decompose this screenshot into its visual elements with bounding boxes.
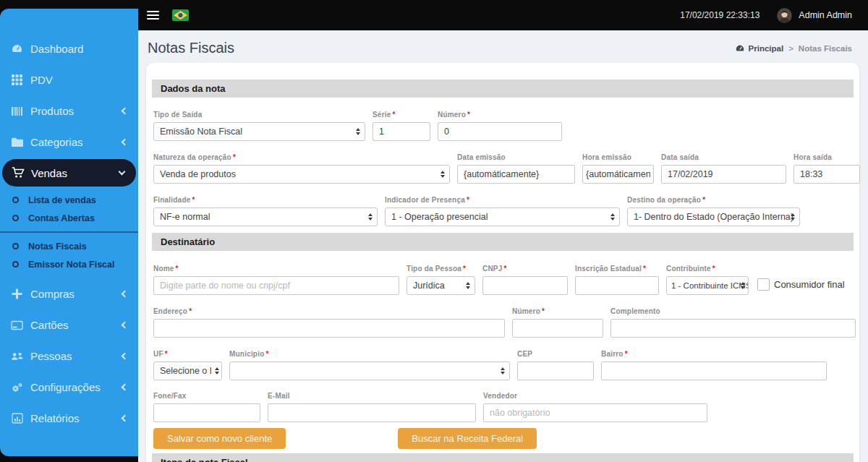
sidebar-item-label: Relatórios — [30, 412, 80, 424]
credit-card-icon — [10, 320, 24, 331]
field-label: CNPJ* — [482, 265, 568, 273]
hora-emissao-input[interactable] — [582, 165, 654, 184]
field-vendedor: Vendedor — [483, 392, 707, 422]
field-label: Série* — [373, 111, 430, 119]
select-arrows-icon — [610, 213, 615, 221]
sidebar-item-label: Pessoas — [30, 350, 72, 362]
tachometer-icon — [735, 44, 745, 53]
submenu-item-emissor-nota-fiscal[interactable]: Emissor Nota Fiscal — [0, 255, 138, 273]
field-label: Bairro* — [601, 350, 827, 358]
user-name[interactable]: Admin Admin — [799, 10, 852, 20]
form-row: Endereço* Número* Complemento — [152, 307, 854, 338]
user-avatar[interactable] — [777, 8, 792, 23]
contribuinte-select[interactable]: 1 - Contribuinte ICMS — [666, 276, 749, 295]
field-label: Data saída — [661, 153, 786, 161]
language-flag-button[interactable] — [172, 9, 189, 21]
nome-input[interactable] — [153, 276, 399, 295]
field-label: Destino da operação* — [627, 196, 800, 204]
hora-saida-input[interactable] — [793, 165, 860, 184]
select-arrows-icon — [791, 213, 795, 221]
checkbox-label: Consumidor final — [774, 279, 845, 290]
chevron-left-icon — [122, 139, 129, 146]
serie-input[interactable] — [373, 122, 430, 141]
field-data-saida: Data saída — [661, 153, 786, 184]
field-label: CEP — [517, 350, 594, 358]
field-serie: Série* — [373, 111, 430, 141]
submenu-item-contas-abertas[interactable]: Contas Abertas — [0, 209, 138, 227]
field-nome: Nome* — [153, 265, 399, 295]
breadcrumb-home-link[interactable]: Principal — [749, 44, 784, 53]
sidebar-item-relatorios[interactable]: Relatórios — [0, 403, 138, 434]
field-natureza-operacao: Natureza da operação* Venda de produtos — [153, 153, 450, 184]
numero-input[interactable] — [438, 122, 562, 141]
field-destino-operacao: Destino da operação* 1- Dentro do Estado… — [627, 196, 800, 226]
select-arrows-icon — [501, 367, 505, 375]
destino-operacao-select[interactable]: 1- Dentro do Estado (Operação Interna) — [627, 208, 800, 226]
fone-fax-input[interactable] — [153, 403, 260, 422]
sidebar-item-produtos[interactable]: Produtos — [0, 95, 138, 127]
email-input[interactable] — [268, 403, 476, 422]
chevron-left-icon — [122, 353, 129, 360]
field-data-emissao: Data emissão — [457, 153, 575, 184]
numero-endereco-input[interactable] — [512, 319, 603, 338]
sidebar-item-vendas[interactable]: Vendas — [2, 159, 136, 187]
main-content: Notas Fiscais Principal > Notas Fiscais … — [138, 30, 868, 462]
sidebar-item-label: Produtos — [30, 105, 74, 117]
field-label: Inscrição Estadual* — [575, 265, 659, 273]
form-card: Dados da nota Tipo de Saída Emissão Nota… — [146, 63, 859, 462]
sidebar-item-cartoes[interactable]: Cartões — [0, 309, 138, 341]
sidebar-item-dashboard[interactable]: Dashboard — [0, 33, 138, 64]
bairro-input[interactable] — [601, 362, 827, 380]
hamburger-menu-icon[interactable] — [147, 11, 159, 20]
field-label: Finalidade* — [153, 196, 378, 204]
field-label: Data emissão — [457, 153, 575, 161]
gears-icon — [10, 382, 24, 393]
select-arrows-icon — [215, 367, 219, 375]
data-emissao-input[interactable] — [457, 165, 575, 184]
tipo-de-saida-select[interactable]: Emissão Nota Fiscal — [153, 122, 365, 141]
field-cnpj: CNPJ* — [482, 265, 568, 295]
inscricao-estadual-input[interactable] — [575, 276, 659, 295]
sidebar-item-compras[interactable]: Compras — [0, 278, 138, 309]
sidebar-item-pessoas[interactable]: Pessoas — [0, 341, 138, 372]
consumidor-final-checkbox[interactable] — [757, 278, 770, 291]
section-header-dados-da-nota: Dados da nota — [152, 80, 854, 98]
field-label: Indicador de Presença* — [385, 196, 620, 204]
field-label: Nome* — [153, 265, 399, 273]
users-icon — [10, 351, 24, 362]
tipo-da-pessoa-select[interactable]: Jurídica — [407, 276, 475, 295]
salvar-como-novo-cliente-button[interactable]: Salvar como novo cliente — [153, 428, 286, 449]
submenu-item-notas-fiscais[interactable]: Notas Fiscais — [0, 237, 138, 255]
indicador-presenca-select[interactable]: 1 - Operação presencial — [385, 208, 620, 226]
submenu-item-label: Notas Fiscais — [28, 241, 87, 252]
field-label: Número* — [438, 111, 562, 119]
complemento-input[interactable] — [610, 319, 856, 338]
sidebar-item-configuracoes[interactable]: Configurações — [0, 372, 138, 403]
buscar-na-receita-federal-button[interactable]: Buscar na Receita Federal — [398, 428, 537, 449]
folder-icon — [10, 137, 24, 148]
field-consumidor-final: Consumidor final — [757, 265, 845, 295]
data-saida-input[interactable] — [661, 165, 786, 184]
field-contribuinte: Contribuinte* 1 - Contribuinte ICMS — [666, 265, 749, 295]
uf-select[interactable]: Selecione o Estado — [153, 362, 222, 380]
form-row: Nome* Tipo da Pessoa* Jurídica CNPJ* Ins… — [152, 265, 854, 295]
field-tipo-de-saida: Tipo de Saída Emissão Nota Fiscal — [153, 111, 365, 141]
field-finalidade: Finalidade* NF-e normal — [153, 196, 378, 226]
vendedor-input[interactable] — [483, 403, 707, 422]
field-label: E-Mail — [268, 392, 476, 400]
submenu-item-label: Lista de vendas — [28, 195, 96, 205]
cep-input[interactable] — [517, 362, 594, 380]
field-label: UF* — [153, 350, 222, 358]
submenu-item-lista-de-vendas[interactable]: Lista de vendas — [0, 191, 138, 209]
cnpj-input[interactable] — [482, 276, 568, 295]
sidebar-item-label: Dashboard — [30, 43, 83, 55]
finalidade-select[interactable]: NF-e normal — [153, 208, 378, 226]
select-arrows-icon — [356, 128, 360, 135]
circle-icon — [12, 197, 19, 203]
municipio-select[interactable] — [229, 362, 510, 380]
endereco-input[interactable] — [153, 319, 505, 338]
sidebar-item-pdv[interactable]: PDV — [0, 64, 138, 95]
sidebar-item-label: Cartões — [30, 319, 69, 331]
sidebar-item-categorias[interactable]: Categorias — [0, 127, 138, 158]
natureza-operacao-select[interactable]: Venda de produtos — [153, 165, 450, 184]
